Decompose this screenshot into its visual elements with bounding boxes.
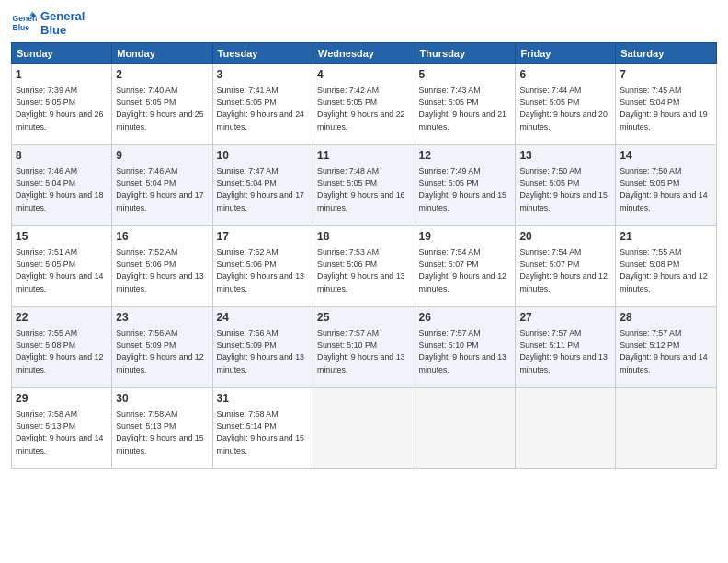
- day-number: 20: [519, 229, 611, 245]
- day-info: Sunrise: 7:52 AMSunset: 5:06 PMDaylight:…: [116, 247, 203, 293]
- calendar-cell: 9 Sunrise: 7:46 AMSunset: 5:04 PMDayligh…: [112, 145, 212, 226]
- day-info: Sunrise: 7:58 AMSunset: 5:13 PMDaylight:…: [116, 409, 203, 455]
- day-info: Sunrise: 7:47 AMSunset: 5:04 PMDaylight:…: [217, 167, 304, 213]
- day-info: Sunrise: 7:52 AMSunset: 5:06 PMDaylight:…: [217, 247, 304, 293]
- day-info: Sunrise: 7:44 AMSunset: 5:05 PMDaylight:…: [519, 86, 607, 132]
- day-info: Sunrise: 7:45 AMSunset: 5:04 PMDaylight:…: [620, 86, 707, 132]
- day-info: Sunrise: 7:56 AMSunset: 5:09 PMDaylight:…: [116, 328, 203, 374]
- calendar-row-1: 1 Sunrise: 7:39 AMSunset: 5:05 PMDayligh…: [12, 64, 717, 145]
- calendar-cell: 10 Sunrise: 7:47 AMSunset: 5:04 PMDaylig…: [212, 145, 313, 226]
- calendar-cell: [415, 388, 516, 469]
- day-number: 30: [116, 391, 208, 407]
- day-number: 8: [16, 148, 108, 164]
- calendar-cell: [616, 388, 717, 469]
- day-number: 28: [620, 310, 712, 326]
- calendar-cell: 30 Sunrise: 7:58 AMSunset: 5:13 PMDaylig…: [112, 388, 212, 469]
- col-header-thursday: Thursday: [415, 43, 516, 64]
- calendar-cell: 3 Sunrise: 7:41 AMSunset: 5:05 PMDayligh…: [212, 64, 313, 145]
- logo-general: General: [40, 9, 85, 23]
- day-number: 13: [519, 148, 611, 164]
- calendar-table: SundayMondayTuesdayWednesdayThursdayFrid…: [11, 42, 717, 469]
- day-number: 21: [620, 229, 712, 245]
- day-info: Sunrise: 7:54 AMSunset: 5:07 PMDaylight:…: [519, 247, 607, 293]
- svg-text:Blue: Blue: [13, 23, 30, 32]
- calendar-cell: 2 Sunrise: 7:40 AMSunset: 5:05 PMDayligh…: [112, 64, 212, 145]
- day-number: 23: [116, 310, 208, 326]
- day-number: 25: [317, 310, 411, 326]
- day-number: 2: [116, 67, 208, 83]
- day-number: 27: [519, 310, 611, 326]
- calendar-cell: 4 Sunrise: 7:42 AMSunset: 5:05 PMDayligh…: [313, 64, 415, 145]
- calendar-cell: 21 Sunrise: 7:55 AMSunset: 5:08 PMDaylig…: [616, 226, 717, 307]
- day-info: Sunrise: 7:58 AMSunset: 5:14 PMDaylight:…: [217, 409, 304, 455]
- day-number: 6: [519, 67, 611, 83]
- calendar-cell: 17 Sunrise: 7:52 AMSunset: 5:06 PMDaylig…: [212, 226, 313, 307]
- calendar-cell: 18 Sunrise: 7:53 AMSunset: 5:06 PMDaylig…: [313, 226, 415, 307]
- calendar-cell: 16 Sunrise: 7:52 AMSunset: 5:06 PMDaylig…: [112, 226, 212, 307]
- logo-blue: Blue: [40, 23, 85, 37]
- calendar-row-4: 22 Sunrise: 7:55 AMSunset: 5:08 PMDaylig…: [12, 307, 717, 388]
- calendar-row-5: 29 Sunrise: 7:58 AMSunset: 5:13 PMDaylig…: [12, 388, 717, 469]
- calendar-cell: 14 Sunrise: 7:50 AMSunset: 5:05 PMDaylig…: [616, 145, 717, 226]
- calendar-row-2: 8 Sunrise: 7:46 AMSunset: 5:04 PMDayligh…: [12, 145, 717, 226]
- calendar-cell: 6 Sunrise: 7:44 AMSunset: 5:05 PMDayligh…: [516, 64, 616, 145]
- day-number: 31: [217, 391, 309, 407]
- day-number: 9: [116, 148, 208, 164]
- day-number: 12: [419, 148, 512, 164]
- col-header-monday: Monday: [112, 43, 212, 64]
- day-info: Sunrise: 7:55 AMSunset: 5:08 PMDaylight:…: [620, 247, 707, 293]
- col-header-tuesday: Tuesday: [212, 43, 313, 64]
- day-info: Sunrise: 7:57 AMSunset: 5:10 PMDaylight:…: [419, 328, 506, 374]
- day-info: Sunrise: 7:46 AMSunset: 5:04 PMDaylight:…: [16, 167, 103, 213]
- calendar-cell: 8 Sunrise: 7:46 AMSunset: 5:04 PMDayligh…: [12, 145, 112, 226]
- calendar-cell: 12 Sunrise: 7:49 AMSunset: 5:05 PMDaylig…: [415, 145, 516, 226]
- logo: General Blue General Blue: [11, 9, 85, 37]
- day-number: 1: [16, 67, 108, 83]
- day-info: Sunrise: 7:58 AMSunset: 5:13 PMDaylight:…: [16, 409, 103, 455]
- day-info: Sunrise: 7:50 AMSunset: 5:05 PMDaylight:…: [519, 167, 607, 213]
- day-number: 17: [217, 229, 309, 245]
- day-info: Sunrise: 7:41 AMSunset: 5:05 PMDaylight:…: [217, 86, 304, 132]
- day-number: 3: [217, 67, 309, 83]
- day-number: 4: [317, 67, 411, 83]
- calendar-cell: 15 Sunrise: 7:51 AMSunset: 5:05 PMDaylig…: [12, 226, 112, 307]
- col-header-saturday: Saturday: [616, 43, 717, 64]
- day-info: Sunrise: 7:57 AMSunset: 5:12 PMDaylight:…: [620, 328, 707, 374]
- day-number: 22: [16, 310, 108, 326]
- day-number: 29: [16, 391, 108, 407]
- calendar-row-3: 15 Sunrise: 7:51 AMSunset: 5:05 PMDaylig…: [12, 226, 717, 307]
- calendar-cell: 23 Sunrise: 7:56 AMSunset: 5:09 PMDaylig…: [112, 307, 212, 388]
- calendar-cell: 11 Sunrise: 7:48 AMSunset: 5:05 PMDaylig…: [313, 145, 415, 226]
- day-info: Sunrise: 7:39 AMSunset: 5:05 PMDaylight:…: [16, 86, 103, 132]
- day-number: 11: [317, 148, 411, 164]
- day-info: Sunrise: 7:53 AMSunset: 5:06 PMDaylight:…: [317, 247, 404, 293]
- calendar-cell: [516, 388, 616, 469]
- day-number: 19: [419, 229, 512, 245]
- day-info: Sunrise: 7:56 AMSunset: 5:09 PMDaylight:…: [217, 328, 304, 374]
- day-number: 14: [620, 148, 712, 164]
- day-info: Sunrise: 7:50 AMSunset: 5:05 PMDaylight:…: [620, 167, 707, 213]
- day-info: Sunrise: 7:57 AMSunset: 5:10 PMDaylight:…: [317, 328, 404, 374]
- calendar-cell: 26 Sunrise: 7:57 AMSunset: 5:10 PMDaylig…: [415, 307, 516, 388]
- day-info: Sunrise: 7:40 AMSunset: 5:05 PMDaylight:…: [116, 86, 203, 132]
- calendar-cell: 24 Sunrise: 7:56 AMSunset: 5:09 PMDaylig…: [212, 307, 313, 388]
- day-info: Sunrise: 7:48 AMSunset: 5:05 PMDaylight:…: [317, 167, 404, 213]
- day-number: 5: [419, 67, 512, 83]
- calendar-cell: 27 Sunrise: 7:57 AMSunset: 5:11 PMDaylig…: [516, 307, 616, 388]
- day-info: Sunrise: 7:51 AMSunset: 5:05 PMDaylight:…: [16, 247, 103, 293]
- calendar-cell: [313, 388, 415, 469]
- calendar-cell: 5 Sunrise: 7:43 AMSunset: 5:05 PMDayligh…: [415, 64, 516, 145]
- day-info: Sunrise: 7:55 AMSunset: 5:08 PMDaylight:…: [16, 328, 103, 374]
- day-info: Sunrise: 7:46 AMSunset: 5:04 PMDaylight:…: [116, 167, 203, 213]
- calendar-cell: 7 Sunrise: 7:45 AMSunset: 5:04 PMDayligh…: [616, 64, 717, 145]
- col-header-wednesday: Wednesday: [313, 43, 415, 64]
- calendar-cell: 20 Sunrise: 7:54 AMSunset: 5:07 PMDaylig…: [516, 226, 616, 307]
- calendar-cell: 13 Sunrise: 7:50 AMSunset: 5:05 PMDaylig…: [516, 145, 616, 226]
- day-number: 18: [317, 229, 411, 245]
- day-info: Sunrise: 7:57 AMSunset: 5:11 PMDaylight:…: [519, 328, 607, 374]
- day-number: 16: [116, 229, 208, 245]
- calendar-cell: 28 Sunrise: 7:57 AMSunset: 5:12 PMDaylig…: [616, 307, 717, 388]
- col-header-sunday: Sunday: [12, 43, 112, 64]
- day-number: 10: [217, 148, 309, 164]
- calendar-cell: 25 Sunrise: 7:57 AMSunset: 5:10 PMDaylig…: [313, 307, 415, 388]
